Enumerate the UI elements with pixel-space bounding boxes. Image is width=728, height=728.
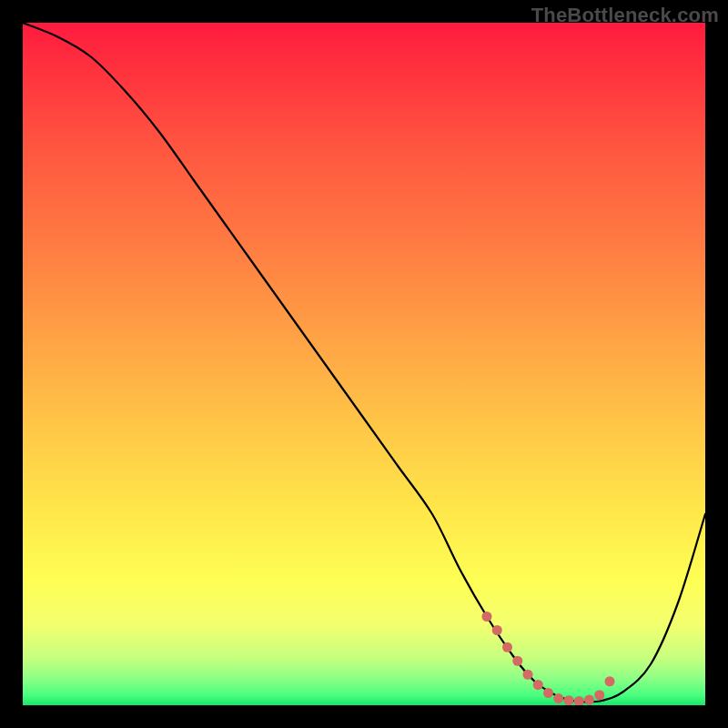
sweet-spot-dot [492, 625, 502, 635]
sweet-spot-dot [553, 693, 563, 703]
sweet-spot-markers [482, 612, 615, 705]
sweet-spot-dot [502, 642, 512, 652]
sweet-spot-dot [482, 612, 492, 622]
chart-frame: TheBottleneck.com [0, 0, 728, 728]
sweet-spot-dot [533, 680, 543, 690]
sweet-spot-dot [564, 695, 574, 705]
sweet-spot-dot [543, 688, 553, 698]
sweet-spot-dot [574, 696, 584, 705]
chart-overlay [23, 23, 705, 705]
plot-area [23, 23, 705, 705]
sweet-spot-dot [594, 690, 604, 700]
sweet-spot-dot [512, 656, 522, 666]
sweet-spot-dot [584, 695, 594, 705]
sweet-spot-dot [605, 676, 615, 686]
bottleneck-curve-line [23, 23, 705, 702]
sweet-spot-dot [523, 670, 533, 680]
watermark-label: TheBottleneck.com [531, 4, 719, 27]
